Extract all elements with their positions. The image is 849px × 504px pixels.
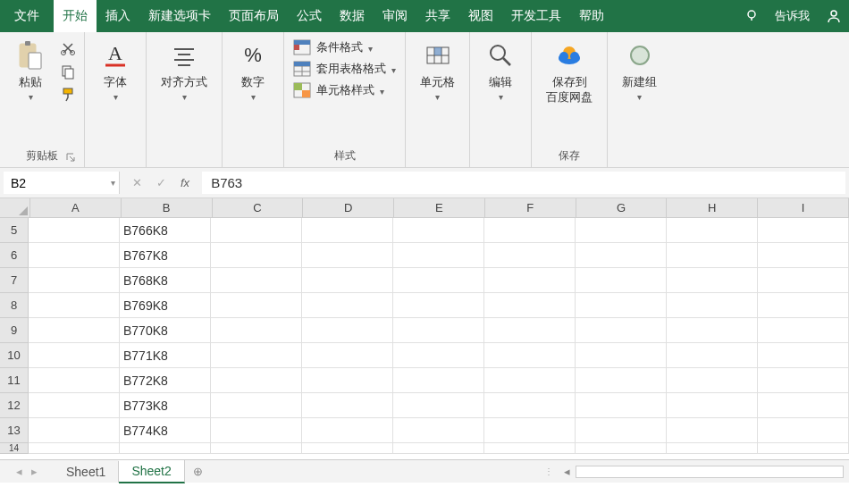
row-header[interactable]: 10 [0, 343, 29, 368]
cell[interactable] [667, 243, 758, 267]
menu-insert[interactable]: 插入 [97, 0, 139, 32]
cell[interactable] [302, 368, 393, 392]
menu-newtab[interactable]: 新建选项卡 [139, 0, 220, 32]
row-header[interactable]: 6 [0, 243, 29, 268]
select-all-corner[interactable] [0, 198, 30, 217]
row-header[interactable]: 12 [0, 393, 29, 418]
cell[interactable] [302, 343, 393, 367]
cell[interactable] [576, 393, 667, 417]
col-header[interactable]: G [576, 198, 668, 217]
cell[interactable] [211, 418, 302, 442]
cell[interactable] [29, 343, 120, 367]
menu-review[interactable]: 审阅 [374, 0, 416, 32]
cell[interactable] [667, 443, 758, 453]
cell[interactable] [484, 293, 576, 317]
cell[interactable] [758, 268, 849, 292]
formula-input[interactable]: B763 [202, 172, 845, 194]
col-header[interactable]: C [213, 198, 304, 217]
cell[interactable] [29, 218, 120, 242]
cell[interactable] [576, 443, 667, 453]
cell[interactable] [211, 343, 302, 367]
cell[interactable] [758, 343, 849, 367]
cell[interactable] [576, 268, 667, 292]
menu-formulas[interactable]: 公式 [288, 0, 331, 32]
cell[interactable] [758, 418, 849, 442]
fx-icon[interactable]: fx [181, 176, 189, 189]
save-cloud-button[interactable]: 保存到 百度网盘 [539, 36, 600, 109]
cell[interactable] [393, 418, 484, 442]
cell[interactable] [393, 293, 484, 317]
col-header[interactable]: F [485, 198, 576, 217]
cell[interactable] [484, 243, 576, 267]
cell[interactable] [211, 268, 302, 292]
cell[interactable]: B766K8 [120, 218, 211, 242]
cell[interactable] [758, 243, 849, 267]
cell-styles-button[interactable]: 单元格样式 ▾ [293, 82, 396, 98]
cell[interactable] [29, 368, 120, 392]
sheet-tab-1[interactable]: Sheet1 [54, 461, 119, 483]
copy-icon[interactable] [59, 63, 77, 80]
col-header[interactable]: B [122, 198, 213, 217]
newgroup-button[interactable]: 新建组 ▾ [615, 36, 664, 105]
cell[interactable] [393, 443, 484, 453]
conditional-format-button[interactable]: 条件格式 ▾ [293, 39, 396, 55]
cell[interactable] [29, 268, 120, 292]
cell[interactable] [29, 318, 120, 342]
cell[interactable] [758, 293, 849, 317]
cell[interactable] [29, 418, 120, 442]
cell[interactable] [667, 393, 758, 417]
cell[interactable] [211, 443, 302, 453]
row-header[interactable]: 5 [0, 218, 29, 243]
cell[interactable] [484, 318, 576, 342]
menu-page-layout[interactable]: 页面布局 [220, 0, 288, 32]
cell[interactable] [211, 318, 302, 342]
cell[interactable] [484, 343, 576, 367]
cell[interactable] [576, 343, 667, 367]
cell[interactable] [484, 268, 576, 292]
cell[interactable] [302, 318, 393, 342]
col-header[interactable]: D [303, 198, 394, 217]
cell[interactable]: B771K8 [120, 343, 211, 367]
cell[interactable]: B774K8 [120, 418, 211, 442]
col-header[interactable]: A [30, 198, 122, 217]
cell[interactable]: B772K8 [120, 368, 211, 392]
cell[interactable] [576, 418, 667, 442]
font-button[interactable]: A 字体 ▾ [92, 36, 139, 105]
cell[interactable] [484, 368, 576, 392]
cell[interactable] [393, 318, 484, 342]
sheet-tab-2[interactable]: Sheet2 [119, 460, 184, 483]
cell[interactable]: B768K8 [120, 268, 211, 292]
cell[interactable] [393, 343, 484, 367]
alignment-button[interactable]: 对齐方式 ▾ [154, 36, 214, 105]
cell[interactable] [484, 418, 576, 442]
paste-button[interactable]: 粘贴 ▾ [7, 36, 54, 105]
editing-button[interactable]: 编辑 ▾ [477, 36, 524, 105]
cell[interactable] [667, 368, 758, 392]
cell[interactable] [484, 218, 576, 242]
menu-view[interactable]: 视图 [459, 0, 502, 32]
cell[interactable] [29, 393, 120, 417]
cell[interactable] [576, 243, 667, 267]
menu-share[interactable]: 共享 [416, 0, 459, 32]
cancel-icon[interactable]: ✕ [132, 176, 142, 189]
cell[interactable] [393, 393, 484, 417]
cell[interactable] [576, 218, 667, 242]
cell[interactable] [667, 343, 758, 367]
cell[interactable] [758, 318, 849, 342]
cell[interactable] [29, 243, 120, 267]
sheet-nav-left-icon[interactable]: ◂ [16, 465, 22, 478]
person-icon[interactable] [819, 8, 849, 24]
chevron-down-icon[interactable]: ▾ [111, 178, 115, 188]
cell[interactable] [758, 368, 849, 392]
cell[interactable] [393, 368, 484, 392]
name-box-input[interactable] [11, 176, 112, 190]
cell[interactable] [758, 218, 849, 242]
cell[interactable] [484, 393, 576, 417]
cut-icon[interactable] [59, 39, 77, 57]
horizontal-scrollbar[interactable] [576, 466, 844, 478]
cell[interactable] [302, 443, 393, 453]
cell[interactable] [302, 418, 393, 442]
menu-data[interactable]: 数据 [331, 0, 374, 32]
cells-area[interactable]: B766K8B767K8B768K8B769K8B770K8B771K8B772… [29, 218, 849, 454]
menu-home[interactable]: 开始 [54, 0, 97, 32]
